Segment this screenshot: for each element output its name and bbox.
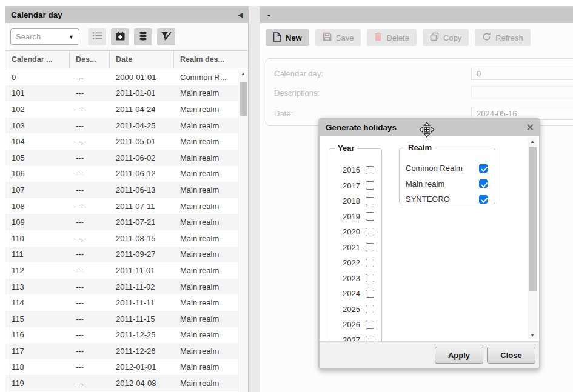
realm-option: Main realm — [400, 176, 495, 192]
table-scrollbar[interactable]: ▲ — [238, 69, 248, 392]
cell-calendar-day: 101 — [5, 88, 70, 98]
year-checkbox[interactable] — [366, 212, 374, 221]
year-checkbox[interactable] — [366, 321, 374, 329]
year-checkbox[interactable] — [366, 197, 374, 205]
table-row[interactable]: 116 --- 2011-12-25 Main realm — [5, 327, 238, 344]
column-header-realm[interactable]: Realm des... — [174, 51, 248, 68]
year-option: 2021 — [329, 240, 381, 256]
table-row[interactable]: 119 --- 2012-04-08 Main realm — [5, 375, 238, 391]
cell-descriptions: --- — [70, 330, 110, 339]
year-checkbox[interactable] — [366, 336, 374, 341]
year-option: 2025 — [329, 302, 381, 317]
column-header-descriptions[interactable]: Des... — [70, 51, 110, 68]
cell-date: 2011-11-11 — [110, 298, 174, 307]
scrollbar-thumb[interactable] — [240, 82, 247, 116]
cell-calendar-day: 111 — [5, 250, 70, 259]
calendar-day-label: Calendar day: — [274, 69, 471, 78]
database-button[interactable] — [134, 28, 152, 45]
table-row[interactable]: 115 --- 2011-11-15 Main realm — [5, 311, 238, 327]
table-row[interactable]: 106 --- 2011-06-12 Main realm — [5, 166, 238, 182]
cell-date: 2011-04-24 — [110, 105, 174, 114]
table-row[interactable]: 103 --- 2011-04-25 Main realm — [5, 118, 238, 134]
apply-button[interactable]: Apply — [435, 347, 483, 364]
year-option-label: 2022 — [343, 258, 360, 267]
calendar-day-table: 0 --- 2000-01-01 Common R... 101 --- 201… — [5, 69, 238, 392]
dialog-header[interactable]: Generate holidays ✕ — [320, 119, 539, 136]
table-row[interactable]: 118 --- 2012-01-01 Main realm — [5, 359, 238, 376]
cell-descriptions: --- — [70, 202, 110, 211]
year-option-label: 2018 — [343, 196, 360, 205]
scroll-up-icon[interactable]: ▲ — [528, 137, 537, 145]
table-row[interactable]: 110 --- 2011-08-15 Main realm — [5, 230, 238, 247]
cell-date: 2011-05-01 — [110, 137, 174, 146]
table-row[interactable]: 109 --- 2011-07-21 Main realm — [5, 214, 238, 230]
new-button-label: New — [286, 33, 302, 42]
delete-button[interactable]: Delete — [367, 29, 417, 46]
table-row[interactable]: 111 --- 2011-09-27 Main realm — [5, 247, 238, 263]
cell-descriptions: --- — [70, 121, 110, 130]
collapse-panel-icon[interactable]: ◀ — [238, 12, 243, 18]
cell-calendar-day: 105 — [5, 153, 70, 162]
year-checkbox[interactable] — [366, 166, 374, 174]
year-checkbox[interactable] — [366, 259, 374, 267]
year-checkbox[interactable] — [366, 305, 374, 313]
realm-checkbox[interactable] — [479, 179, 488, 188]
cell-calendar-day: 117 — [5, 347, 70, 356]
save-button[interactable]: Save — [315, 29, 361, 46]
cell-date: 2011-01-01 — [110, 88, 174, 98]
table-row[interactable]: 104 --- 2011-05-01 Main realm — [5, 133, 238, 150]
table-row[interactable]: 101 --- 2011-01-01 Main realm — [5, 85, 238, 102]
dialog-scrollbar[interactable]: ▲ ▼ — [528, 137, 537, 339]
table-row[interactable]: 0 --- 2000-01-01 Common R... — [5, 69, 238, 85]
cell-date: 2011-04-25 — [110, 121, 174, 130]
year-option-label: 2021 — [343, 243, 360, 252]
cell-realm: Main realm — [174, 314, 238, 324]
close-button[interactable]: Close — [487, 347, 535, 364]
search-input[interactable]: Search ▼ — [10, 28, 79, 45]
close-icon[interactable]: ✕ — [526, 119, 534, 136]
year-list: 2016 2017 2018 2019 2020 2021 — [329, 149, 381, 341]
chevron-down-icon: ▼ — [69, 34, 74, 40]
realm-checkbox[interactable] — [479, 195, 488, 204]
calendar-day-field[interactable]: 0 — [471, 67, 573, 80]
refresh-button[interactable]: Refresh — [475, 29, 531, 46]
cell-date: 2011-06-13 — [110, 185, 174, 194]
year-checkbox[interactable] — [366, 274, 374, 282]
column-header-date[interactable]: Date — [110, 51, 174, 68]
scroll-down-icon[interactable]: ▼ — [528, 331, 537, 339]
year-checkbox[interactable] — [366, 243, 374, 251]
cell-descriptions: --- — [70, 73, 110, 82]
scrollbar-thumb[interactable] — [529, 147, 537, 291]
cell-date: 2011-07-11 — [110, 202, 174, 211]
cell-realm: Main realm — [174, 298, 238, 307]
calendar-add-button[interactable] — [111, 28, 129, 45]
year-checkbox[interactable] — [366, 228, 374, 236]
cell-date: 2011-07-21 — [110, 218, 174, 227]
cell-calendar-day: 110 — [5, 234, 70, 243]
table-row[interactable]: 105 --- 2011-06-02 Main realm — [5, 150, 238, 166]
table-row[interactable]: 108 --- 2011-07-11 Main realm — [5, 198, 238, 214]
year-checkbox[interactable] — [366, 181, 374, 190]
trash-icon — [374, 32, 382, 43]
scroll-up-icon[interactable]: ▲ — [238, 69, 248, 78]
table-row[interactable]: 112 --- 2011-11-01 Main realm — [5, 262, 238, 279]
table-row[interactable]: 102 --- 2011-04-24 Main realm — [5, 101, 238, 118]
realm-checkbox[interactable] — [479, 164, 488, 173]
cell-calendar-day: 113 — [5, 282, 70, 291]
table-row[interactable]: 107 --- 2011-06-13 Main realm — [5, 182, 238, 198]
cell-descriptions: --- — [70, 379, 110, 388]
year-checkbox[interactable] — [366, 290, 374, 298]
table-row[interactable]: 114 --- 2011-11-11 Main realm — [5, 294, 238, 311]
descriptions-field[interactable] — [471, 86, 573, 99]
cell-calendar-day: 104 — [5, 137, 70, 146]
year-option-label: 2026 — [343, 320, 360, 329]
cell-date: 2012-01-01 — [110, 362, 174, 371]
copy-button[interactable]: Copy — [423, 29, 469, 46]
table-row[interactable]: 113 --- 2011-11-02 Main realm — [5, 279, 238, 295]
filter-off-button[interactable] — [157, 28, 175, 45]
new-button[interactable]: New — [266, 29, 309, 46]
column-header-calendar-day[interactable]: Calendar ... — [5, 51, 70, 68]
list-view-button[interactable] — [88, 28, 106, 45]
cell-descriptions: --- — [70, 105, 110, 114]
table-row[interactable]: 117 --- 2011-12-26 Main realm — [5, 343, 238, 359]
